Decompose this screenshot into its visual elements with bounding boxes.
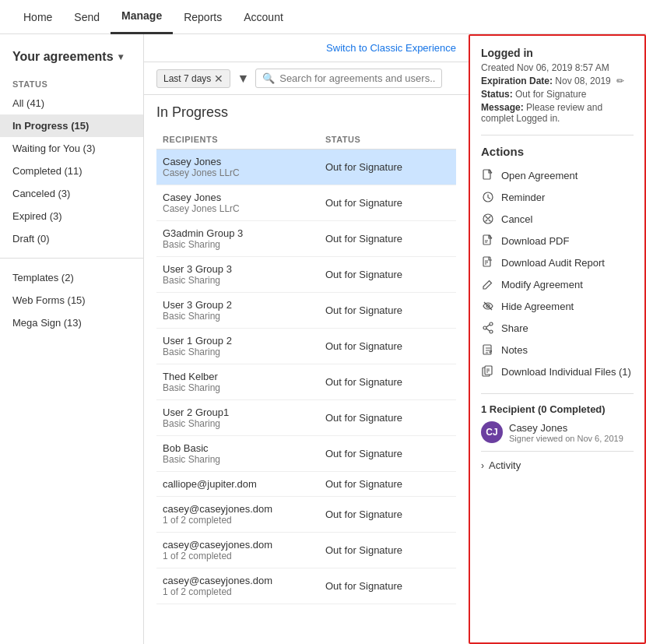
status-cell: Out for Signature <box>325 197 450 209</box>
sidebar-item-inprogress[interactable]: In Progress (15) <box>0 114 143 137</box>
table-row[interactable]: G3admin Group 3 Basic Sharing Out for Si… <box>156 221 456 257</box>
table-row[interactable]: User 1 Group 2 Basic Sharing Out for Sig… <box>156 329 456 364</box>
sidebar-item-expired[interactable]: Expired (3) <box>0 205 143 227</box>
notes-icon[interactable]: Notes <box>481 339 634 361</box>
recipient-name: User 1 Group 2 <box>163 335 325 347</box>
doc-icon[interactable]: Open Agreement <box>481 164 634 186</box>
action-label: Cancel <box>501 213 532 225</box>
hide-icon[interactable]: Hide Agreement <box>481 295 634 317</box>
share-icon[interactable]: Share <box>481 317 634 339</box>
recipients-title: 1 Recipient (0 Completed) <box>481 403 634 415</box>
table-row[interactable]: User 3 Group 3 Basic Sharing Out for Sig… <box>156 257 456 293</box>
sidebar-item-waiting[interactable]: Waiting for You (3) <box>0 137 143 160</box>
panel-actions: Actions Open Agreement Reminder Cancel D… <box>481 145 634 382</box>
recipient-name: casey@caseyjones.dom <box>163 539 325 551</box>
panel-logged-in-title: Logged in <box>481 47 634 59</box>
status-cell: Out for Signature <box>325 580 450 592</box>
action-label: Open Agreement <box>501 170 578 181</box>
sidebar-item-all[interactable]: All (41) <box>0 92 143 114</box>
filter-tag-close[interactable]: ✕ <box>214 72 223 85</box>
table-row[interactable]: casey@caseyjones.dom 1 of 2 completed Ou… <box>156 568 456 604</box>
action-label: Download Audit Report <box>501 257 605 269</box>
svg-rect-0 <box>483 170 490 179</box>
sidebar-item-megasign[interactable]: Mega Sign (13) <box>0 311 143 334</box>
filter-tag-7days[interactable]: Last 7 days ✕ <box>156 69 230 88</box>
panel-divider-1 <box>481 135 634 135</box>
sidebar-item-webforms[interactable]: Web Forms (15) <box>0 289 143 311</box>
table-row[interactable]: casey@caseyjones.dom 1 of 2 completed Ou… <box>156 497 456 533</box>
recipient-sub: Basic Sharing <box>163 382 325 393</box>
switch-classic-link[interactable]: Switch to Classic Experience <box>326 42 456 54</box>
table-row[interactable]: Thed Kelber Basic Sharing Out for Signat… <box>156 364 456 400</box>
status-cell: Out for Signature <box>325 269 450 280</box>
panel-created: Created Nov 06, 2019 8:57 AM <box>481 62 634 73</box>
table-row[interactable]: calliope@jupiter.dom Out for Signature <box>156 472 456 497</box>
svg-point-8 <box>490 330 493 333</box>
table-row[interactable]: casey@caseyjones.dom 1 of 2 completed Ou… <box>156 533 456 568</box>
table-row[interactable]: Casey Jones Casey Jones LLrC Out for Sig… <box>156 185 456 221</box>
chevron-right-icon: › <box>481 460 484 471</box>
clock-icon[interactable]: Reminder <box>481 186 634 208</box>
audit-icon <box>481 255 495 269</box>
sidebar-item-canceled[interactable]: Canceled (3) <box>0 182 143 205</box>
recipient-sub: 1 of 2 completed <box>163 586 325 597</box>
table-row[interactable]: User 2 Group1 Basic Sharing Out for Sign… <box>156 400 456 436</box>
nav-reports[interactable]: Reports <box>173 0 233 34</box>
filter-bar: Last 7 days ✕ ▼ 🔍 <box>144 62 469 95</box>
nav-manage[interactable]: Manage <box>111 0 173 34</box>
audit-icon[interactable]: Download Audit Report <box>481 252 634 273</box>
modify-icon[interactable]: Modify Agreement <box>481 273 634 295</box>
table-row[interactable]: Bob Basic Basic Sharing Out for Signatur… <box>156 436 456 472</box>
sidebar-item-completed[interactable]: Completed (11) <box>0 160 143 182</box>
action-label: Download PDF <box>501 235 569 247</box>
action-label: Notes <box>501 344 528 356</box>
recipient-name: G3admin Group 3 <box>163 227 325 239</box>
recipient-entry: CJ Casey Jones Signer viewed on Nov 6, 2… <box>481 421 634 443</box>
list-title: In Progress <box>156 104 456 121</box>
recipient-info: Casey Jones Signer viewed on Nov 6, 2019 <box>509 422 623 443</box>
nav-account[interactable]: Account <box>233 0 294 34</box>
search-input[interactable] <box>279 72 435 84</box>
status-cell: Out for Signature <box>325 478 450 490</box>
sidebar-item-draft[interactable]: Draft (0) <box>0 227 143 250</box>
recipient-sub: Basic Sharing <box>163 347 325 357</box>
status-cell: Out for Signature <box>325 509 450 520</box>
recipient-name: User 3 Group 3 <box>163 263 325 275</box>
avatar: CJ <box>481 421 503 443</box>
nav-home[interactable]: Home <box>12 0 63 34</box>
recipient-name: casey@caseyjones.dom <box>163 575 325 586</box>
recipient-name: User 2 Group1 <box>163 406 325 418</box>
recipient-sub: Basic Sharing <box>163 418 325 429</box>
svg-rect-4 <box>483 257 490 266</box>
status-cell: Out for Signature <box>325 233 450 245</box>
cancel-icon[interactable]: Cancel <box>481 208 634 230</box>
hide-icon <box>481 299 495 313</box>
action-label: Hide Agreement <box>501 301 574 312</box>
activity-section[interactable]: › Activity <box>481 451 634 471</box>
chevron-down-icon: ▾ <box>118 51 123 62</box>
filter-icon[interactable]: ▼ <box>237 72 249 86</box>
top-navigation: Home Send Manage Reports Account <box>0 0 646 34</box>
pdf-icon[interactable]: Download PDF <box>481 230 634 252</box>
table-row[interactable]: Casey Jones Casey Jones LLrC Out for Sig… <box>156 150 456 185</box>
recipient-viewed: Signer viewed on Nov 6, 2019 <box>509 434 623 443</box>
doc-icon <box>481 168 495 182</box>
edit-icon[interactable]: ✏ <box>616 76 624 86</box>
svg-point-9 <box>483 326 486 329</box>
recipient-sub: Casey Jones LLrC <box>163 167 325 178</box>
files-icon[interactable]: Download Individual Files (1) <box>481 361 634 382</box>
search-box[interactable]: 🔍 <box>255 69 442 88</box>
recipient-sub: Basic Sharing <box>163 311 325 322</box>
table-row[interactable]: User 3 Group 2 Basic Sharing Out for Sig… <box>156 293 456 329</box>
recipient-name: casey@caseyjones.dom <box>163 503 325 515</box>
recipient-sub: Basic Sharing <box>163 239 325 250</box>
sidebar-item-templates[interactable]: Templates (2) <box>0 266 143 289</box>
panel-divider-2 <box>481 393 634 394</box>
svg-line-10 <box>486 325 490 327</box>
recipient-sub: Casey Jones LLrC <box>163 203 325 214</box>
status-cell: Out for Signature <box>325 161 450 173</box>
nav-send[interactable]: Send <box>63 0 111 34</box>
list-rows-container: Casey Jones Casey Jones LLrC Out for Sig… <box>156 150 456 604</box>
status-cell: Out for Signature <box>325 544 450 556</box>
your-agreements-heading[interactable]: Your agreements ▾ <box>0 44 143 73</box>
